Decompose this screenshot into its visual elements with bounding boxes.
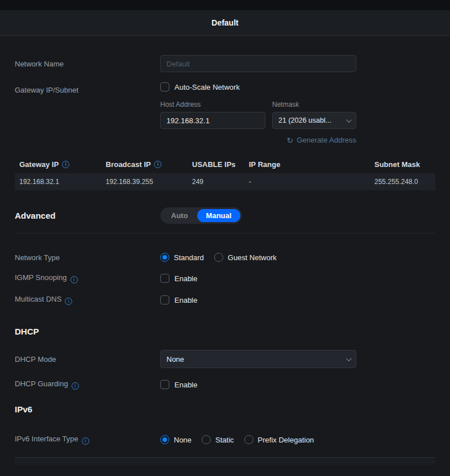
dhcp-guarding-row: DHCP Guardingi Enable: [15, 379, 435, 390]
col-broadcast-ip: Broadcast IP i: [106, 160, 192, 169]
gateway-subnet-label: Gateway IP/Subnet: [15, 82, 160, 94]
netmask-label: Netmask: [272, 101, 299, 108]
network-name-input[interactable]: [160, 55, 356, 72]
info-icon[interactable]: i: [72, 382, 79, 390]
radio-icon: [160, 253, 169, 262]
toggle-option-manual[interactable]: Manual: [197, 209, 241, 222]
host-address-input[interactable]: [160, 112, 265, 129]
advanced-heading: Advanced: [15, 211, 160, 220]
col-gateway-ip: Gateway IP i: [19, 160, 106, 169]
ipv6-interface-row: IPv6 Interface Typei None Static Prefix …: [15, 435, 435, 445]
radio-label: None: [174, 436, 191, 444]
netmask-select[interactable]: 21 (2026 usabl...: [272, 112, 356, 129]
network-name-label: Network Name: [15, 60, 160, 68]
info-icon[interactable]: i: [65, 298, 72, 305]
dhcp-mode-select[interactable]: None: [160, 350, 356, 368]
dhcp-guarding-label: DHCP Guarding: [15, 379, 68, 388]
radio-option-guest-network[interactable]: Guest Network: [214, 253, 277, 262]
igmp-snooping-label: IGMP Snooping: [15, 273, 67, 282]
col-usable-ips: USABLE IPs: [192, 160, 249, 169]
ipv6-interface-options: None Static Prefix Delegation: [160, 435, 314, 444]
dhcp-guarding-checkbox[interactable]: [160, 380, 169, 389]
cell-broadcast-ip: 192.168.39.255: [106, 178, 192, 186]
footer-strip: [15, 457, 435, 465]
network-settings-page: Default Network Name Gateway IP/Subnet A…: [0, 0, 450, 476]
network-type-label: Network Type: [15, 253, 160, 262]
table-row: 192.168.32.1 192.168.39.255 249 - 255.25…: [15, 173, 435, 190]
chevron-down-icon: [346, 117, 352, 123]
igmp-enable-checkbox[interactable]: [160, 274, 169, 283]
generate-address-button[interactable]: ↻ Generate Address: [286, 136, 356, 144]
radio-label: Prefix Delegation: [258, 436, 314, 444]
col-broadcast-ip-label: Broadcast IP: [106, 160, 151, 169]
col-gateway-ip-label: Gateway IP: [19, 160, 59, 169]
igmp-enable-label: Enable: [174, 274, 197, 283]
gateway-subnet-row: Gateway IP/Subnet Auto-Scale Network Hos…: [15, 82, 435, 144]
auto-scale-row: Auto-Scale Network: [160, 82, 356, 91]
mdns-enable-row: Enable: [160, 295, 197, 304]
multicast-dns-label: Multicast DNS: [15, 295, 61, 303]
dhcp-heading: DHCP: [15, 327, 435, 336]
auto-scale-checkbox[interactable]: [160, 82, 169, 91]
col-ip-range: IP Range: [249, 160, 374, 169]
gateway-inputs: 21 (2026 usabl...: [160, 112, 356, 129]
info-icon[interactable]: i: [82, 437, 89, 445]
radio-label: Static: [215, 436, 234, 444]
netmask-selected-value: 21 (2026 usabl...: [278, 116, 331, 124]
mdns-enable-label: Enable: [174, 296, 197, 304]
radio-label: Standard: [174, 253, 204, 262]
sub-labels: Host Address Netmask: [160, 101, 356, 108]
network-type-options: Standard Guest Network: [160, 253, 277, 262]
advanced-section-row: Advanced Auto Manual: [15, 207, 435, 224]
dhcp-mode-value: None: [166, 355, 184, 364]
panel-header: Default: [0, 10, 450, 36]
radio-option-static[interactable]: Static: [202, 435, 234, 444]
radio-icon: [214, 253, 223, 262]
igmp-enable-row: Enable: [160, 274, 197, 283]
cell-ip-range: -: [249, 178, 374, 186]
radio-label: Guest Network: [228, 253, 277, 262]
info-icon[interactable]: i: [154, 161, 161, 168]
page-title: Default: [211, 18, 238, 27]
generate-address-line: ↻ Generate Address: [160, 136, 356, 144]
advanced-mode-toggle: Auto Manual: [160, 207, 242, 224]
form-content: Network Name Gateway IP/Subnet Auto-Scal…: [0, 36, 450, 476]
dhcp-guarding-enable-label: Enable: [174, 381, 197, 389]
toggle-option-auto[interactable]: Auto: [162, 209, 197, 222]
subnet-table: Gateway IP i Broadcast IP i USABLE IPs I…: [15, 156, 435, 190]
mdns-enable-checkbox[interactable]: [160, 295, 169, 304]
network-name-row: Network Name: [15, 55, 435, 72]
radio-option-none[interactable]: None: [160, 435, 191, 444]
host-address-label: Host Address: [160, 101, 272, 108]
info-icon[interactable]: i: [70, 276, 78, 283]
ipv6-interface-label: IPv6 Interface Type: [15, 435, 78, 443]
radio-option-prefix-delegation[interactable]: Prefix Delegation: [244, 435, 314, 444]
cell-gateway-ip: 192.168.32.1: [19, 178, 106, 186]
chevron-down-icon: [346, 356, 352, 361]
col-subnet-mask: Subnet Mask: [374, 160, 431, 169]
info-icon[interactable]: i: [62, 161, 69, 168]
subnet-table-header: Gateway IP i Broadcast IP i USABLE IPs I…: [15, 156, 435, 173]
radio-icon: [160, 435, 169, 444]
auto-scale-label: Auto-Scale Network: [174, 83, 240, 91]
radio-option-standard[interactable]: Standard: [160, 253, 204, 262]
generate-address-label: Generate Address: [297, 136, 356, 144]
refresh-icon: ↻: [286, 136, 293, 144]
dhcp-mode-label: DHCP Mode: [15, 355, 160, 364]
multicast-dns-row: Multicast DNSi Enable: [15, 295, 435, 305]
network-type-row: Network Type Standard Guest Network: [15, 253, 435, 262]
dhcp-guarding-enable-row: Enable: [160, 380, 197, 389]
radio-icon: [244, 435, 253, 444]
cell-usable-ips: 249: [192, 178, 249, 186]
section-divider: [15, 233, 435, 233]
dhcp-mode-row: DHCP Mode None: [15, 350, 435, 368]
top-strip: [0, 0, 450, 10]
cell-subnet-mask: 255.255.248.0: [374, 178, 431, 186]
igmp-snooping-row: IGMP Snoopingi Enable: [15, 273, 435, 283]
radio-icon: [202, 435, 211, 444]
ipv6-heading: IPv6: [15, 404, 435, 414]
